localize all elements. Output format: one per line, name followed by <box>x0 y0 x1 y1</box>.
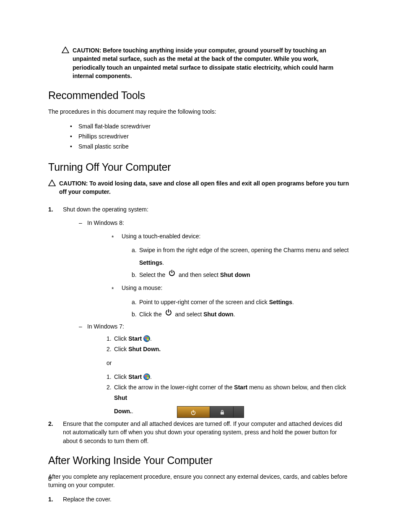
heading-recommended-tools: Recommended Tools <box>48 89 352 102</box>
down-bold: Down. <box>114 408 132 415</box>
page-number: 8 <box>48 475 52 482</box>
lock-segment <box>212 407 234 417</box>
caution-block-grounding: CAUTION: Before touching anything inside… <box>48 46 352 80</box>
os-label: In Windows 8: <box>87 219 124 226</box>
after-intro: After you complete any replacement proce… <box>48 472 352 490</box>
win7-steps-b: 1. Click Start . 2. Click the arrow in t… <box>87 372 352 417</box>
mouse-step-b: b. Click the and select Shut down. <box>132 308 352 321</box>
method-label: Using a touch-enabled device: <box>122 233 200 240</box>
mouse: Using a mouse: a. Point to upper-right c… <box>112 282 352 321</box>
windows-start-orb-icon <box>143 335 150 342</box>
win7-step-1: 1. Click Start . <box>106 334 352 344</box>
tool-item: Small plastic scribe <box>70 142 352 152</box>
win7b-step-1: 1. Click Start . <box>106 372 352 382</box>
power-icon <box>165 308 172 320</box>
method-label: Using a mouse: <box>122 284 162 291</box>
document-page: CAUTION: Before touching anything inside… <box>0 0 400 532</box>
tools-list: Small flat-blade screwdriver Phillips sc… <box>48 122 352 151</box>
tool-item: Small flat-blade screwdriver <box>70 122 352 132</box>
step-number: 1. <box>106 372 112 382</box>
turnoff-steps: 1. Shut down the operating system: In Wi… <box>48 205 352 445</box>
tools-intro: The procedures in this document may requ… <box>48 107 352 116</box>
caution-triangle-icon <box>62 47 69 55</box>
os-label: In Windows 7: <box>87 323 124 330</box>
tool-item: Phillips screwdriver <box>70 132 352 142</box>
step-number: 2. <box>106 344 112 355</box>
power-segment <box>177 407 210 417</box>
shut-bold: Shut <box>114 394 127 401</box>
power-icon <box>168 269 176 281</box>
win7b-step-2: 2. Click the arrow in the lower-right co… <box>106 382 352 417</box>
touch-device: Using a touch-enabled device: a. Swipe i… <box>112 231 352 282</box>
step-number: 2. <box>106 382 112 393</box>
touch-step-a: a. Swipe in from the right edge of the s… <box>132 244 352 269</box>
step-number: 1. <box>48 205 53 214</box>
caution-block-data-loss: CAUTION: To avoid losing data, save and … <box>48 179 352 196</box>
windows-start-orb-icon <box>143 373 150 380</box>
os-list: In Windows 8: Using a touch-enabled devi… <box>63 218 352 417</box>
win7-steps-a: 1. Click Start . 2. Click Shut Down. <box>87 334 352 355</box>
svg-rect-11 <box>193 410 194 413</box>
step-2: 2. Ensure that the computer and all atta… <box>48 420 352 445</box>
after-steps: 1. Replace the cover. <box>48 495 352 503</box>
svg-rect-12 <box>221 412 224 415</box>
step-text: Shut down the operating system: <box>63 206 148 213</box>
win7-step-2: 2. Click Shut Down. <box>106 344 352 355</box>
step-number: 1. <box>48 495 53 503</box>
svg-rect-3 <box>171 270 172 273</box>
os-windows-8: In Windows 8: Using a touch-enabled devi… <box>79 218 352 321</box>
os-windows-7: In Windows 7: 1. Click Start . 2. Click … <box>79 322 352 417</box>
step-text: Replace the cover. <box>63 496 112 503</box>
heading-turning-off: Turning Off Your Computer <box>48 161 352 173</box>
mouse-step-a: a. Point to upper-right corner of the sc… <box>132 296 352 308</box>
touch-step-b: b. Select the and then select Shut down <box>132 269 352 282</box>
caution-text: CAUTION: To avoid losing data, save and … <box>59 179 352 196</box>
caution-text: CAUTION: Before touching anything inside… <box>73 46 352 80</box>
after-step-1: 1. Replace the cover. <box>48 495 352 503</box>
svg-rect-7 <box>168 309 169 312</box>
step-number: 1. <box>106 334 112 344</box>
step-letter: a. <box>132 296 137 308</box>
input-method-list: Using a touch-enabled device: a. Swipe i… <box>87 231 352 321</box>
heading-after-working: After Working Inside Your Computer <box>48 454 352 467</box>
touch-steps: a. Swipe in from the right edge of the s… <box>122 244 352 282</box>
step-1: 1. Shut down the operating system: In Wi… <box>48 205 352 417</box>
step-letter: b. <box>132 269 137 281</box>
or-separator: or <box>106 359 352 368</box>
step-letter: b. <box>132 308 137 321</box>
mouse-steps: a. Point to upper-right corner of the sc… <box>122 296 352 321</box>
shutdown-button-image <box>177 406 244 418</box>
step-letter: a. <box>132 244 137 256</box>
step-number: 2. <box>48 420 53 428</box>
step-text: Ensure that the computer and all attache… <box>63 420 342 444</box>
caution-triangle-icon <box>48 180 56 188</box>
